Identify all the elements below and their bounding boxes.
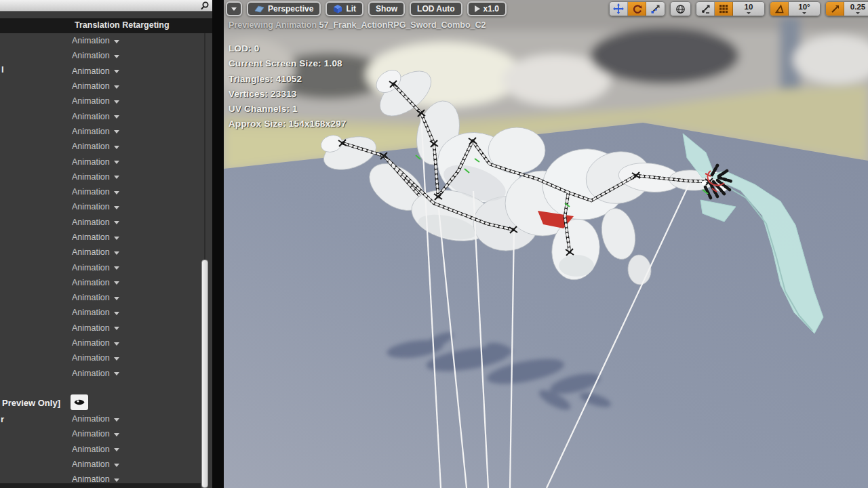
chevron-down-icon	[114, 433, 119, 436]
chevron-down-icon	[114, 327, 119, 330]
retarget-animation-dropdown[interactable]: Animation	[0, 321, 201, 336]
dropdown-value: Animation	[72, 338, 110, 348]
retarget-animation-dropdown[interactable]: Animation	[0, 215, 201, 230]
skeleton-tree-panel: Translation Retargeting AnimationAnimati…	[0, 0, 212, 488]
next-section-edge	[0, 483, 201, 488]
rotation-snap-group: 10°	[770, 1, 821, 16]
scale-snap-button[interactable]	[826, 2, 844, 16]
scrollbar-thumb[interactable]	[201, 260, 208, 488]
retarget-animation-dropdown[interactable]: Animation	[0, 245, 201, 260]
retarget-animation-dropdown[interactable]: Animation	[0, 442, 201, 457]
retarget-animation-dropdown[interactable]: Animation	[0, 139, 201, 154]
retarget-animation-dropdown[interactable]: Animation	[0, 94, 201, 108]
dropdown-value: Animation	[72, 353, 110, 363]
chevron-down-icon	[114, 176, 119, 179]
lod-auto-button[interactable]: LOD Auto	[410, 1, 462, 16]
chevron-down-icon	[802, 12, 806, 14]
retarget-animation-dropdown[interactable]: Animation	[0, 336, 201, 350]
diagonal-arrow-icon	[830, 4, 840, 14]
retarget-animation-dropdown[interactable]: Animation	[0, 366, 201, 381]
dropdown-value: Animation	[72, 429, 110, 439]
eye-icon	[73, 398, 85, 407]
retarget-animation-dropdown[interactable]: Animation	[0, 184, 201, 199]
animation-name: 57_Frank_ActionRPG_Sword_Combo_C2	[319, 20, 486, 30]
dropdown-value: Animation	[72, 142, 110, 151]
retarget-animation-dropdown[interactable]: Animation	[0, 154, 201, 169]
grid-snap-button[interactable]	[715, 2, 733, 16]
translate-tool-button[interactable]	[610, 2, 628, 16]
search-bar	[0, 0, 212, 12]
rotation-snap-button[interactable]	[770, 2, 789, 16]
scale-tool-button[interactable]	[646, 2, 665, 16]
retarget-animation-dropdown[interactable]: Animation	[0, 457, 201, 472]
retarget-animation-dropdown[interactable]: Animation	[0, 275, 201, 290]
chevron-down-icon	[114, 206, 119, 209]
stat-screen-size: Current Screen Size: 1.08	[229, 58, 347, 73]
chevron-down-icon	[114, 100, 119, 104]
retarget-animation-dropdown[interactable]: Animation	[0, 64, 201, 79]
dropdown-value: Animation	[72, 263, 110, 272]
dropdown-value: Animation	[72, 51, 110, 60]
show-menu-button[interactable]: Show	[368, 1, 405, 16]
stat-triangles: Triangles: 41052	[229, 74, 347, 89]
chevron-down-icon	[114, 281, 119, 285]
retarget-rows-top: AnimationAnimationAnimationAnimationAnim…	[0, 33, 201, 381]
preview-viewport[interactable]: Perspective Lit Show LOD Auto x1.0	[224, 0, 868, 488]
lit-mode-button[interactable]: Lit	[326, 1, 363, 16]
chevron-down-icon	[856, 12, 860, 14]
chevron-down-icon	[114, 342, 119, 346]
rotate-tool-button[interactable]	[628, 2, 646, 16]
perspective-button[interactable]: Perspective	[247, 1, 321, 16]
unreal-persona-window: Translation Retargeting AnimationAnimati…	[0, 0, 868, 488]
retarget-animation-dropdown[interactable]: Animation	[0, 79, 201, 94]
dropdown-value: Animation	[72, 445, 110, 454]
retarget-animation-dropdown[interactable]: Animation	[0, 33, 201, 48]
chevron-down-icon	[114, 130, 119, 134]
lit-cube-icon	[333, 4, 342, 14]
retarget-animation-dropdown[interactable]: Animation	[0, 48, 201, 63]
chevron-down-icon	[747, 12, 751, 14]
retarget-animation-dropdown[interactable]: Animation	[0, 169, 201, 184]
chevron-down-icon	[114, 55, 119, 58]
transform-tool-group	[609, 1, 665, 16]
grid-snap-group: 10	[696, 1, 765, 16]
retarget-animation-dropdown[interactable]: Animation	[0, 411, 201, 426]
retarget-animation-dropdown[interactable]: Animation	[0, 199, 201, 214]
retarget-animation-dropdown[interactable]: Animation	[0, 108, 201, 123]
retarget-animation-dropdown[interactable]: Animation	[0, 124, 201, 139]
dropdown-value: Animation	[72, 172, 110, 182]
playback-speed-button[interactable]: x1.0	[467, 1, 507, 16]
retarget-animation-dropdown[interactable]: Animation	[0, 305, 201, 320]
retarget-animation-dropdown[interactable]: Animation	[0, 290, 201, 305]
dropdown-value: Animation	[72, 308, 110, 317]
retarget-animation-dropdown[interactable]: Animation	[0, 350, 201, 365]
stat-uv-channels: UV Channels: 1	[229, 104, 347, 119]
eye-visibility-button[interactable]	[71, 394, 88, 410]
chevron-down-icon	[114, 191, 119, 195]
dropdown-value: Animation	[72, 369, 110, 378]
panel-divider[interactable]	[212, 0, 224, 488]
transform-toolbar: 10 10°	[609, 1, 868, 16]
chevron-down-icon	[114, 297, 119, 300]
dropdown-value: Animation	[72, 460, 110, 469]
dropdown-value: Animation	[72, 127, 110, 136]
scale-snap-value-button[interactable]: 0.25	[844, 2, 868, 16]
surface-snap-icon	[701, 4, 711, 14]
retarget-animation-dropdown[interactable]: Animation	[0, 426, 201, 441]
world-space-button[interactable]	[671, 2, 690, 16]
chevron-down-icon	[114, 357, 119, 361]
viewport-toolbar: Perspective Lit Show LOD Auto x1.0	[226, 1, 507, 16]
search-input[interactable]	[1, 1, 197, 10]
retarget-animation-dropdown[interactable]: Animation	[0, 260, 201, 274]
grid-snap-value-button[interactable]: 10	[733, 2, 764, 16]
search-icon	[200, 1, 210, 11]
rotation-snap-value-button[interactable]: 10°	[789, 2, 820, 16]
dropdown-value: Animation	[72, 157, 110, 167]
globe-icon	[675, 4, 686, 14]
retarget-animation-dropdown[interactable]: Animation	[0, 230, 201, 245]
perspective-icon	[254, 5, 264, 13]
dropdown-value: Animation	[72, 247, 110, 257]
surface-snap-button[interactable]	[696, 2, 715, 16]
viewport-options-button[interactable]	[226, 1, 242, 16]
coordinate-space-group	[670, 1, 691, 16]
